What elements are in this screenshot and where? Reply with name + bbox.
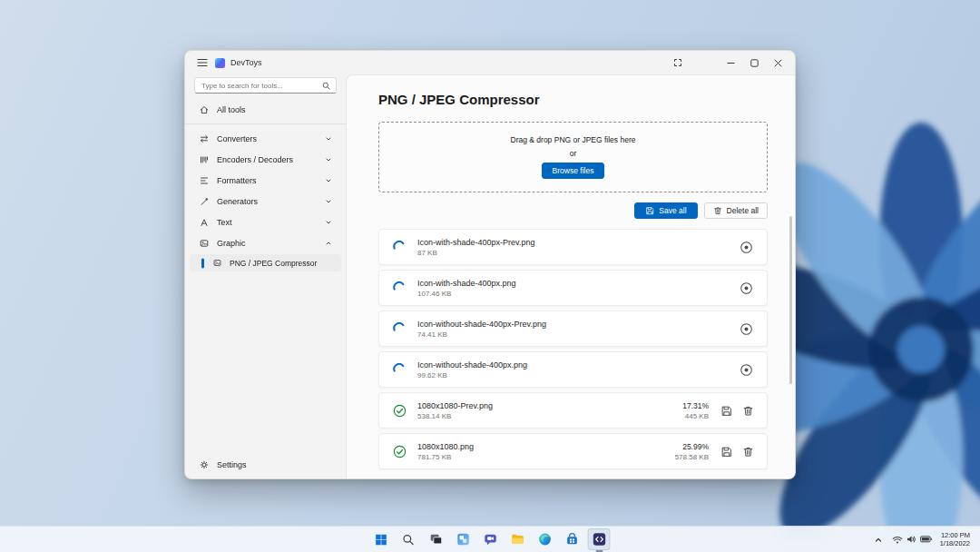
delete-file-button[interactable] [741,445,755,458]
task-view-button[interactable] [425,528,447,550]
chevron-up-icon [325,240,332,247]
task-view-icon [428,532,443,547]
save-file-button[interactable] [720,404,733,418]
sidebar-item-label: Formatters [217,176,317,185]
file-name: Icon-with-shade-400px-Prev.png [417,238,534,247]
save-all-label: Save all [659,206,686,215]
dropzone-separator: or [570,149,577,158]
gear-icon [199,460,209,469]
main-content: PNG / JPEG Compressor Drag & drop PNG or… [346,74,795,478]
file-explorer-icon [510,532,524,547]
file-row: 1080x1080.png 781.75 KB 25.99% 578.58 KB [378,433,768,469]
delete-all-button[interactable]: Delete all [704,202,768,219]
chat-button[interactable] [479,528,502,550]
cancel-button[interactable] [738,320,755,338]
sidebar-item-graphic[interactable]: Graphic [190,233,341,252]
menu-icon [197,58,208,67]
save-all-button[interactable]: Save all [634,202,697,219]
edge-button[interactable] [534,528,556,550]
cancel-button[interactable] [738,361,755,379]
sidebar-item-label: Generators [217,197,317,206]
file-list: Icon-with-shade-400px-Prev.png 87 KB [378,229,768,469]
generators-icon [199,197,209,206]
delete-icon [742,446,754,458]
page-title: PNG / JPEG Compressor [378,92,768,107]
new-size: 445 KB [685,412,709,420]
volume-icon [906,535,916,544]
taskbar-search-button[interactable] [397,528,420,550]
devtoys-window: DevToys [184,50,796,479]
cancel-button[interactable] [738,239,755,256]
file-name: Icon-with-shade-400px.png [417,279,516,288]
chevron-down-icon [325,177,332,184]
chevron-down-icon [325,135,332,143]
compression-result: 25.99% 578.58 KB [675,442,709,461]
minimize-button[interactable] [719,54,742,72]
sidebar-item-label: Encoders / Decoders [217,155,317,164]
dropzone-instruction: Drag & drop PNG or JPEG files here [511,135,636,144]
save-icon [720,405,732,417]
clock-date: 1/18/2022 [940,539,970,547]
delete-icon [713,206,722,215]
file-name: Icon-without-shade-400px-Prev.png [417,320,546,329]
window-title: DevToys [230,58,262,67]
save-file-button[interactable] [720,445,733,458]
devtoys-app-icon [592,532,606,547]
delete-all-label: Delete all [727,206,759,215]
file-explorer-button[interactable] [506,528,529,550]
search-input[interactable] [195,82,322,90]
home-icon [199,105,209,114]
file-size: 107.46 KB [417,290,516,298]
taskbar-clock[interactable]: 12:00 PM 1/18/2022 [936,529,974,549]
window-titlebar: DevToys [185,51,795,74]
start-button[interactable] [370,528,393,550]
chat-icon [483,532,497,547]
formatters-icon [199,176,209,185]
sidebar-item-generators[interactable]: Generators [190,192,341,211]
selected-indicator [201,258,204,268]
fullscreen-icon [673,58,682,67]
sidebar-item-converters[interactable]: Converters [190,129,341,148]
file-name: 1080x1080.png [417,442,474,451]
cancel-icon [739,321,754,337]
sidebar-item-encoders-decoders[interactable]: Encoders / Decoders [190,150,341,169]
browse-files-button[interactable]: Browse files [542,163,605,179]
show-hidden-icons-button[interactable] [869,529,887,549]
search-icon [322,82,330,90]
sidebar-item-text[interactable]: Text [190,212,341,232]
file-size: 538.14 KB [417,412,493,420]
file-name: Icon-without-shade-400px.png [417,360,527,370]
file-size: 781.75 KB [417,453,474,461]
widgets-button[interactable] [452,528,475,550]
maximize-button[interactable] [742,54,766,72]
list-actions: Save all Delete all [378,202,768,219]
system-tray-status-button[interactable] [887,529,936,549]
chevron-down-icon [325,198,332,205]
nav-menu-button[interactable] [192,54,212,72]
taskbar: 12:00 PM 1/18/2022 [0,526,980,552]
chevron-down-icon [325,219,332,226]
fullscreen-button[interactable] [668,54,688,72]
file-row: Icon-with-shade-400px-Prev.png 87 KB [378,229,768,265]
store-button[interactable] [561,528,583,550]
sidebar-item-label: PNG / JPEG Compressor [230,259,317,268]
compressing-spinner-icon [391,281,407,294]
cancel-button[interactable] [738,280,755,297]
saving-percent: 25.99% [682,442,709,451]
sidebar-item-settings[interactable]: Settings [190,456,341,474]
dropzone[interactable]: Drag & drop PNG or JPEG files here or Br… [378,122,768,192]
sidebar-item-png-jpeg-compressor[interactable]: PNG / JPEG Compressor [190,254,341,271]
close-icon [774,59,782,67]
file-name: 1080x1080-Prev.png [417,401,493,410]
file-size: 99.62 KB [417,371,527,380]
devtoys-taskbar-button[interactable] [588,528,611,550]
sidebar-item-all-tools[interactable]: All tools [190,100,341,119]
browse-files-label: Browse files [553,166,594,175]
sidebar-item-formatters[interactable]: Formatters [190,171,341,190]
sidebar-item-label: Text [217,218,317,227]
scrollbar-thumb[interactable] [789,216,792,384]
close-button[interactable] [766,54,789,72]
graphic-icon [199,239,209,248]
delete-file-button[interactable] [741,404,755,418]
compressing-spinner-icon [391,363,407,376]
